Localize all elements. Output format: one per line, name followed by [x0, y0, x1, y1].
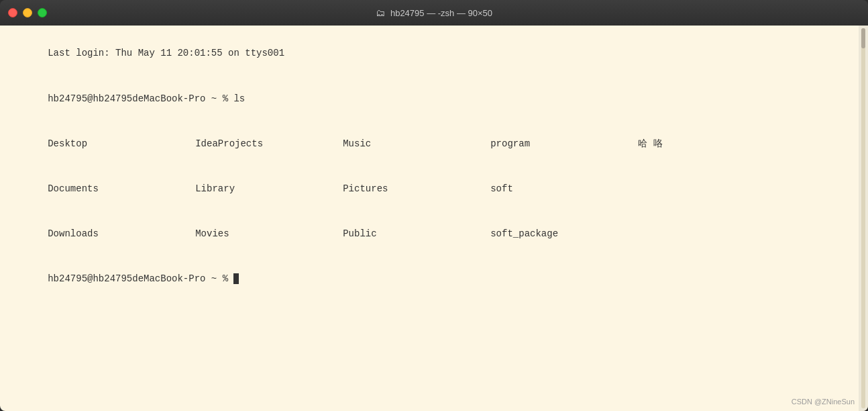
- ls-col3-row1: Music: [343, 136, 490, 151]
- ls-col4-row1: program: [490, 136, 638, 151]
- ls-col1-row3: Downloads: [48, 226, 195, 241]
- terminal-body[interactable]: Last login: Thu May 11 20:01:55 on ttys0…: [0, 26, 868, 411]
- traffic-lights: [8, 8, 47, 17]
- ls-col2-row1: IdeaProjects: [195, 136, 343, 151]
- title-bar-text: 🗂 hb24795 — -zsh — 90×50: [376, 7, 492, 18]
- window-title: hb24795 — -zsh — 90×50: [390, 8, 492, 18]
- ls-col1-row1: Desktop: [48, 136, 195, 151]
- terminal-content: Last login: Thu May 11 20:01:55 on ttys0…: [3, 31, 856, 302]
- ls-col3-row3: Public: [343, 226, 490, 241]
- terminal-window: 🗂 hb24795 — -zsh — 90×50 Last login: Thu…: [0, 0, 868, 411]
- prompt-cursor-line: hb24795@hb24795deMacBook-Pro ~ %: [3, 257, 856, 302]
- prompt-ls-line: hb24795@hb24795deMacBook-Pro ~ % ls: [3, 76, 856, 121]
- scrollbar-track: [861, 28, 865, 408]
- ls-col2-row3: Movies: [195, 226, 343, 241]
- ls-col4-row2: soft: [490, 181, 638, 196]
- ls-row-1: DesktopIdeaProjectsMusicprogram哈 咯: [3, 121, 856, 166]
- ls-col1-row2: Documents: [48, 181, 195, 196]
- ls-col2-row2: Library: [195, 181, 343, 196]
- close-button[interactable]: [8, 8, 17, 17]
- terminal-cursor: [233, 273, 239, 284]
- scrollbar-thumb[interactable]: [861, 28, 865, 48]
- login-line: Last login: Thu May 11 20:01:55 on ttys0…: [3, 31, 856, 76]
- ls-row-3: DownloadsMoviesPublicsoft_package: [3, 212, 856, 257]
- ls-col4-row3: soft_package: [490, 228, 558, 239]
- ls-col3-row2: Pictures: [343, 181, 490, 196]
- watermark: CSDN @ZNineSun: [792, 398, 855, 406]
- minimize-button[interactable]: [23, 8, 32, 17]
- title-bar: 🗂 hb24795 — -zsh — 90×50: [0, 0, 868, 26]
- ls-row-2: DocumentsLibraryPicturessoft: [3, 167, 856, 212]
- title-icon: 🗂: [376, 7, 385, 18]
- maximize-button[interactable]: [38, 8, 47, 17]
- scrollbar[interactable]: [859, 26, 868, 411]
- ls-col5-row1: 哈 咯: [638, 138, 662, 149]
